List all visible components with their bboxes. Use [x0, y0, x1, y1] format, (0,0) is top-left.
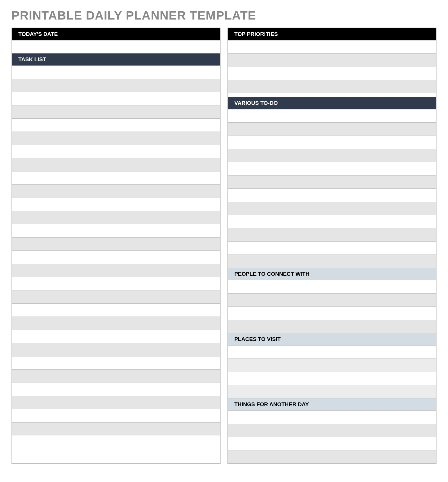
- task-row[interactable]: [12, 184, 220, 198]
- things-row[interactable]: [228, 424, 436, 437]
- todo-row[interactable]: [228, 175, 436, 188]
- places-row[interactable]: [228, 385, 436, 398]
- task-row[interactable]: [12, 145, 220, 158]
- todo-row[interactable]: [228, 109, 436, 122]
- todo-row[interactable]: [228, 255, 436, 268]
- task-row[interactable]: [12, 92, 220, 105]
- task-list-header: TASK LIST: [12, 53, 220, 65]
- priority-row[interactable]: [228, 40, 436, 53]
- todo-row[interactable]: [228, 228, 436, 241]
- people-row[interactable]: [228, 293, 436, 306]
- todo-row[interactable]: [228, 149, 436, 162]
- todo-row[interactable]: [228, 122, 436, 136]
- task-row[interactable]: [12, 224, 220, 237]
- task-row[interactable]: [12, 396, 220, 409]
- todo-row[interactable]: [228, 162, 436, 175]
- priority-row[interactable]: [228, 53, 436, 67]
- task-row[interactable]: [12, 422, 220, 435]
- todo-row[interactable]: [228, 188, 436, 202]
- todays-date-header: TODAY'S DATE: [12, 28, 220, 40]
- todays-date-row[interactable]: [12, 40, 220, 53]
- left-column: TODAY'S DATE TASK LIST: [11, 28, 221, 464]
- task-row[interactable]: [12, 356, 220, 369]
- task-row[interactable]: [12, 250, 220, 264]
- places-header: PLACES TO VISIT: [228, 333, 436, 345]
- things-header: THINGS FOR ANOTHER DAY: [228, 398, 436, 410]
- task-row[interactable]: [12, 290, 220, 303]
- people-row[interactable]: [228, 280, 436, 293]
- priority-row[interactable]: [228, 80, 436, 93]
- people-row[interactable]: [228, 320, 436, 333]
- task-row[interactable]: [12, 132, 220, 145]
- things-row[interactable]: [228, 450, 436, 463]
- task-row[interactable]: [12, 369, 220, 383]
- todo-row[interactable]: [228, 241, 436, 255]
- task-row[interactable]: [12, 383, 220, 396]
- todo-row[interactable]: [228, 136, 436, 149]
- priority-row[interactable]: [228, 67, 436, 80]
- various-todo-header: VARIOUS TO-DO: [228, 97, 436, 109]
- task-row[interactable]: [12, 237, 220, 250]
- section-gap: [228, 93, 436, 97]
- task-row[interactable]: [12, 317, 220, 330]
- planner-columns: TODAY'S DATE TASK LIST TOP PRIORITIE: [11, 28, 437, 464]
- task-row[interactable]: [12, 65, 220, 79]
- places-row[interactable]: [228, 358, 436, 372]
- task-row[interactable]: [12, 211, 220, 224]
- places-row[interactable]: [228, 372, 436, 385]
- things-row[interactable]: [228, 437, 436, 450]
- task-row[interactable]: [12, 79, 220, 92]
- task-row[interactable]: [12, 264, 220, 277]
- people-row[interactable]: [228, 306, 436, 320]
- task-row[interactable]: [12, 277, 220, 290]
- task-row[interactable]: [12, 303, 220, 317]
- things-row[interactable]: [228, 410, 436, 424]
- right-column: TOP PRIORITIES VARIOUS TO-DO PEOPLE TO C…: [227, 28, 437, 464]
- people-header: PEOPLE TO CONNECT WITH: [228, 268, 436, 280]
- task-row[interactable]: [12, 343, 220, 356]
- task-row[interactable]: [12, 409, 220, 422]
- page-title: PRINTABLE DAILY PLANNER TEMPLATE: [11, 9, 437, 22]
- todo-row[interactable]: [228, 215, 436, 228]
- top-priorities-header: TOP PRIORITIES: [228, 28, 436, 40]
- task-row[interactable]: [12, 330, 220, 343]
- todo-row[interactable]: [228, 202, 436, 215]
- places-row[interactable]: [228, 345, 436, 358]
- task-row[interactable]: [12, 171, 220, 184]
- task-row[interactable]: [12, 118, 220, 132]
- task-row[interactable]: [12, 158, 220, 171]
- task-row[interactable]: [12, 105, 220, 118]
- task-row[interactable]: [12, 198, 220, 211]
